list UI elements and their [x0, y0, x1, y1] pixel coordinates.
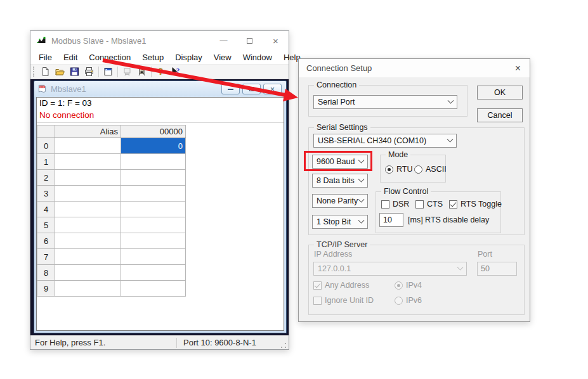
maximize-button[interactable]	[237, 31, 263, 50]
alias-cell[interactable]	[55, 265, 121, 281]
ignore-unit-id-label: Ignore Unit ID	[325, 296, 374, 305]
help-icon[interactable]: ?	[154, 65, 168, 79]
baud-rate-select[interactable]: 9600 Baud	[312, 155, 368, 169]
any-address-checkbox: Any Address	[313, 281, 369, 290]
alias-cell[interactable]	[55, 217, 121, 233]
value-cell[interactable]: 0	[121, 138, 186, 154]
ip-address-value: 127.0.0.1	[318, 264, 351, 273]
rts-delay-input[interactable]	[379, 213, 403, 227]
svg-text:?: ?	[176, 67, 180, 74]
restore-icon	[249, 87, 254, 91]
grid-row-header[interactable]: 7	[37, 249, 55, 265]
alias-cell[interactable]	[55, 186, 121, 202]
child-minimize-button[interactable]	[221, 84, 240, 94]
cancel-button[interactable]: Cancel	[477, 108, 523, 122]
context-help-icon[interactable]: ?	[168, 65, 183, 79]
connection-type-select[interactable]: Serial Port	[313, 95, 457, 109]
display-setup-icon[interactable]	[101, 65, 115, 79]
serial-port-select[interactable]: USB-SERIAL CH340 (COM10)	[313, 134, 457, 148]
rts-toggle-checkbox[interactable]: RTS Toggle	[449, 200, 502, 209]
window-title: Modbus Slave - Mbslave1	[51, 36, 211, 46]
value-cell[interactable]	[121, 217, 186, 233]
tcpip-server-label: TCP/IP Server	[314, 240, 370, 249]
mbslave1-child-window: Mbslave1 × ID = 1: F = 03 No connection …	[34, 80, 287, 333]
resize-grip[interactable]	[280, 342, 287, 349]
chevron-down-icon	[358, 196, 365, 202]
grid-column-header[interactable]: Alias	[55, 125, 121, 138]
alias-cell[interactable]	[55, 233, 121, 249]
app-icon	[36, 35, 47, 46]
alias-cell[interactable]	[55, 281, 121, 297]
radio-icon	[395, 281, 403, 290]
alias-cell[interactable]	[55, 202, 121, 217]
dialog-titlebar[interactable]: Connection Setup ×	[299, 59, 530, 77]
menu-file[interactable]: File	[33, 51, 58, 63]
ascii-label: ASCII	[426, 165, 447, 174]
grid-corner-cell[interactable]	[37, 125, 55, 138]
alias-cell[interactable]	[55, 170, 121, 186]
toolbar-separator	[98, 67, 99, 77]
grid-row-header[interactable]: 8	[37, 265, 55, 281]
alias-cell[interactable]	[55, 138, 121, 154]
menu-window[interactable]: Window	[237, 51, 278, 63]
value-cell[interactable]	[121, 170, 186, 186]
serial-port-value: USB-SERIAL CH340 (COM10)	[318, 136, 426, 145]
poll-definition-icon	[120, 65, 134, 79]
menu-setup[interactable]: Setup	[136, 51, 169, 63]
value-cell[interactable]	[121, 281, 186, 297]
value-cell[interactable]	[121, 265, 186, 281]
communication-icon[interactable]	[134, 65, 149, 79]
connection-group-label: Connection	[314, 80, 359, 89]
port-label: Port	[478, 250, 492, 259]
value-cell[interactable]	[121, 249, 186, 265]
close-button[interactable]: ×	[263, 31, 289, 50]
grid-row-header[interactable]: 2	[37, 170, 55, 186]
value-cell[interactable]	[121, 154, 186, 170]
grid-header-row: Alias00000	[37, 125, 186, 138]
new-file-icon[interactable]	[38, 65, 53, 79]
grid-row-header[interactable]: 5	[37, 217, 55, 233]
open-file-icon[interactable]	[53, 65, 67, 79]
ok-button[interactable]: OK	[477, 86, 523, 100]
alias-cell[interactable]	[55, 154, 121, 170]
serial-settings-label: Serial Settings	[314, 123, 370, 132]
grid-column-header[interactable]: 00000	[121, 125, 186, 138]
grid-row-header[interactable]: 9	[37, 281, 55, 297]
ascii-radio[interactable]: ASCII	[414, 165, 447, 174]
menu-edit[interactable]: Edit	[58, 51, 83, 63]
dialog-close-icon[interactable]: ×	[514, 63, 522, 74]
menu-view[interactable]: View	[208, 51, 237, 63]
value-cell[interactable]	[121, 186, 186, 202]
child-titlebar[interactable]: Mbslave1 ×	[34, 81, 286, 97]
alias-cell[interactable]	[55, 249, 121, 265]
grid-row-header[interactable]: 1	[37, 154, 55, 170]
grid-row: 3	[37, 186, 186, 202]
menu-connection[interactable]: Connection	[83, 51, 136, 63]
dsr-checkbox[interactable]: DSR	[381, 200, 409, 209]
child-restore-button[interactable]	[242, 84, 261, 94]
save-icon[interactable]	[67, 65, 82, 79]
grid-row-header[interactable]: 4	[37, 202, 55, 217]
toolbar-grip[interactable]	[33, 67, 36, 77]
chevron-down-icon	[358, 157, 365, 163]
value-cell[interactable]	[121, 202, 186, 217]
flow-control-label: Flow Control	[381, 187, 431, 196]
ipv4-label: IPv4	[406, 281, 422, 290]
grid-row-header[interactable]: 3	[37, 186, 55, 202]
menu-display[interactable]: Display	[169, 51, 208, 63]
stop-bit-select[interactable]: 1 Stop Bit	[312, 215, 368, 229]
rtu-radio[interactable]: RTU	[385, 165, 412, 174]
grid-row-header[interactable]: 0	[37, 138, 55, 154]
parity-select[interactable]: None Parity	[312, 194, 368, 208]
print-icon[interactable]	[82, 65, 96, 79]
data-bits-select[interactable]: 8 Data bits	[312, 174, 368, 188]
child-window-title: Mbslave1	[51, 84, 221, 94]
value-cell[interactable]	[121, 233, 186, 249]
grid-row-header[interactable]: 6	[37, 233, 55, 249]
toolbar-separator	[117, 67, 118, 77]
child-close-button[interactable]: ×	[263, 84, 282, 94]
main-titlebar[interactable]: Modbus Slave - Mbslave1 — ×	[30, 31, 289, 50]
ignore-unit-id-checkbox: Ignore Unit ID	[313, 296, 374, 305]
cts-checkbox[interactable]: CTS	[415, 200, 443, 209]
minimize-button[interactable]: —	[211, 31, 237, 50]
